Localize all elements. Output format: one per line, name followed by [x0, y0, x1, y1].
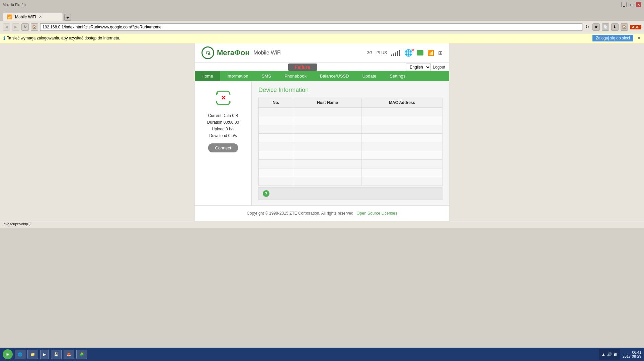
left-gutter: [0, 43, 114, 221]
tab-bar: 📶 Mobile WiFi ✕ +: [0, 9, 644, 21]
taskbar-firefox-icon[interactable]: 🦊: [64, 350, 74, 359]
nav-item-information[interactable]: Information: [220, 71, 255, 81]
signal-green-box: [417, 50, 423, 55]
header-right: 3G PLUS 🌐 ✕ 📶 ⊞: [367, 49, 442, 57]
address-bar[interactable]: [40, 23, 582, 31]
cell-hostname: [293, 177, 362, 186]
browser-tab[interactable]: 📶 Mobile WiFi ✕: [3, 13, 63, 21]
table-row: [259, 116, 442, 125]
download-icon[interactable]: ⬇: [611, 23, 619, 31]
cell-mac: [362, 108, 442, 116]
download-stat: Download 0 b/s: [198, 133, 248, 138]
cell-mac: [362, 116, 442, 125]
device-info-title: Device Information: [258, 87, 442, 94]
cell-mac: [362, 177, 442, 186]
taskbar-media-icon[interactable]: ▶: [40, 350, 49, 359]
nav-item-balance[interactable]: Balance/USSD: [313, 71, 356, 81]
browser-status-bar: javascript:void(0): [0, 221, 644, 228]
folder-icon: 📁: [30, 352, 35, 357]
puzzle-icon: 🧩: [79, 352, 84, 357]
copyright-text: Copyright © 1998-2015 ZTE Corporation. A…: [247, 211, 355, 216]
network-type-label: 3G: [367, 50, 373, 55]
back-button[interactable]: ◀: [3, 23, 10, 31]
site-footer: Copyright © 1998-2015 ZTE Corporation. A…: [195, 205, 449, 221]
connect-button[interactable]: Connect: [208, 143, 238, 152]
forward-button[interactable]: ▶: [12, 23, 19, 31]
taskbar: ⊞ 🌐 📁 ▶ 💾 🦊 🧩 ▲ 🔊 🖥 06:41 2017-08-29: [0, 348, 644, 361]
cell-hostname: [293, 151, 362, 160]
refresh-icon[interactable]: ↻: [584, 24, 590, 30]
col-header-hostname: Host Name: [293, 98, 362, 108]
abp-icon[interactable]: ABP: [630, 25, 641, 29]
system-tray: ▲ 🔊 🖥: [599, 349, 620, 360]
logout-button[interactable]: Logout: [433, 65, 445, 70]
info-bar-close-icon[interactable]: ✕: [637, 36, 641, 40]
logo-brand-name: МегаФон: [217, 48, 249, 57]
new-tab-button[interactable]: +: [64, 14, 71, 21]
taskbar-puzzle-icon[interactable]: 🧩: [76, 350, 87, 359]
home-button[interactable]: 🏠: [31, 23, 38, 31]
home-nav-icon[interactable]: 🏠: [621, 23, 628, 31]
nav-item-settings[interactable]: Settings: [383, 71, 412, 81]
close-button[interactable]: ✕: [636, 2, 641, 7]
cell-no: [259, 125, 293, 134]
nav-item-phonebook[interactable]: Phonebook: [278, 71, 313, 81]
info-bar: ℹ Ta sieć wymaga zalogowania, aby uzyska…: [0, 33, 644, 43]
media-icon: ▶: [43, 352, 46, 357]
logo-icon: ↻: [202, 46, 214, 59]
nav-item-update[interactable]: Update: [355, 71, 383, 81]
signal-bar-5: [399, 50, 400, 56]
bookmark-star-icon[interactable]: ★: [592, 23, 600, 31]
tab-close-icon[interactable]: ✕: [39, 15, 42, 19]
tab-favicon: 📶: [7, 14, 12, 19]
taskbar-ie-icon[interactable]: 🌐: [15, 350, 25, 359]
main-container: ↻ МегаФон Mobile WiFi 3G PLUS 🌐 ✕: [195, 43, 449, 221]
minimize-button[interactable]: _: [621, 2, 627, 7]
cell-hostname: [293, 142, 362, 151]
firefox-icon: 🦊: [67, 352, 71, 357]
signal-bar-3: [395, 52, 396, 56]
page-content: ↻ МегаФон Mobile WiFi 3G PLUS 🌐 ✕: [0, 43, 644, 221]
help-row: ?: [258, 187, 442, 200]
table-row: [259, 108, 442, 116]
cell-hostname: [293, 134, 362, 142]
nav-bar: ◀ ▶ ↻ 🏠 ↻ ★ 📑 ⬇ 🏠 ABP: [0, 21, 644, 33]
cell-hostname: [293, 168, 362, 177]
right-gutter: [530, 43, 644, 221]
signal-bar-4: [397, 51, 398, 56]
cell-no: [259, 151, 293, 160]
signal-bar-1: [391, 54, 392, 56]
cell-no: [259, 160, 293, 168]
current-data-stat: Current Data 0 B: [198, 113, 248, 118]
login-button[interactable]: Zaloguj się do sieci: [592, 35, 633, 41]
right-device-panel: Device Information No. Host Name MAC Add…: [252, 81, 449, 205]
taskbar-explorer-icon[interactable]: 📁: [27, 350, 38, 359]
title-bar: Mozilla Firefox _ □ ✕: [0, 0, 644, 9]
info-circle-icon: ℹ: [3, 35, 5, 41]
tray-icon-3: 🖥: [613, 352, 617, 357]
svg-text:✕: ✕: [221, 95, 226, 101]
table-row: [259, 151, 442, 160]
cell-mac: [362, 134, 442, 142]
help-icon[interactable]: ?: [263, 190, 269, 197]
col-header-mac: MAC Address: [362, 98, 442, 108]
cell-no: [259, 168, 293, 177]
maximize-button[interactable]: □: [629, 2, 634, 7]
cell-hostname: [293, 125, 362, 134]
tray-icon-2: 🔊: [607, 352, 612, 357]
cell-mac: [362, 125, 442, 134]
nav-item-sms[interactable]: SMS: [255, 71, 278, 81]
refresh-button[interactable]: ↻: [21, 23, 29, 31]
open-source-link[interactable]: Open Source Licenses: [356, 211, 397, 216]
taskbar-save-icon[interactable]: 💾: [51, 350, 62, 359]
cell-no: [259, 177, 293, 186]
start-button[interactable]: ⊞: [3, 349, 13, 359]
left-status-panel: ✕ Current Data 0 B Duration 00:00:00 Upl…: [195, 81, 252, 205]
main-nav: Home Information SMS Phonebook Balance/U…: [195, 71, 449, 81]
ie-icon: 🌐: [18, 352, 22, 357]
bookmark-list-icon[interactable]: 📑: [602, 23, 609, 31]
status-lang-row: Failure English Polski Logout: [195, 63, 449, 71]
language-select[interactable]: English Polski: [406, 64, 431, 71]
nav-item-home[interactable]: Home: [195, 71, 220, 81]
signal-bars: [391, 50, 400, 56]
